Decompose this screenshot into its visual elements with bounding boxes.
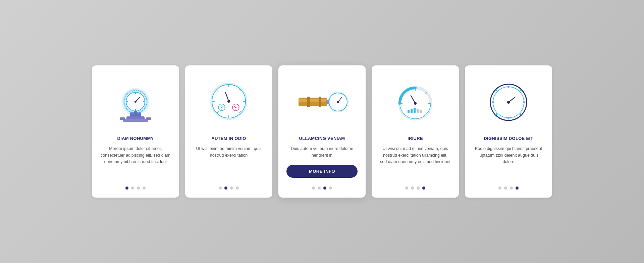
card-3-dots — [312, 184, 332, 190]
svg-rect-14 — [134, 111, 137, 114]
svg-rect-65 — [408, 110, 410, 113]
svg-point-42 — [235, 107, 236, 108]
svg-rect-45 — [307, 97, 310, 107]
svg-rect-43 — [299, 98, 327, 106]
card-2-dots — [219, 184, 239, 190]
gauge-valve-icon — [100, 75, 171, 129]
dot-0 — [125, 187, 128, 190]
card-1-body: Morem ipsum dolor sit amet, consectetuer… — [100, 146, 171, 178]
svg-point-80 — [520, 113, 522, 115]
svg-point-82 — [507, 101, 510, 104]
dot-1 — [131, 187, 134, 190]
more-info-button[interactable]: MORE INFO — [286, 165, 358, 178]
card-4: IRIURE Ut wisi enim ad minim veniam, qui… — [372, 65, 459, 198]
card-2: AUTEM IN ODIO Ut wisi enim ad minim veni… — [185, 65, 272, 198]
dot-0 — [498, 187, 501, 190]
dot-3 — [422, 187, 425, 190]
card-1-title: DIAM NONUMMY — [117, 136, 154, 141]
card-2-title: AUTEM IN ODIO — [211, 136, 246, 141]
svg-rect-67 — [414, 108, 416, 113]
svg-rect-16 — [146, 117, 151, 120]
dot-0 — [312, 187, 315, 190]
dot-0 — [219, 187, 222, 190]
card-1-dots — [125, 184, 146, 190]
svg-rect-66 — [411, 109, 413, 113]
dot-0 — [405, 187, 408, 190]
card-2-body: Ut wisi enim ad minim veniam, quis nostr… — [193, 146, 264, 178]
card-5-title: DIGNISSIM DOLOE EIT — [484, 136, 533, 141]
dot-1 — [504, 187, 507, 190]
svg-point-64 — [414, 102, 417, 105]
svg-point-73 — [507, 86, 509, 88]
dot-2 — [230, 187, 233, 190]
speedometer-icon — [380, 75, 451, 129]
card-3: ULLAMCING VENIAM Duis autem vel eum iriu… — [278, 65, 366, 198]
pipe-gauge-icon — [286, 75, 358, 129]
dot-3 — [236, 187, 239, 190]
card-4-dots — [405, 184, 425, 190]
svg-point-75 — [492, 101, 494, 103]
card-5-body: Kodio dignissim qui blandit praesent lup… — [473, 146, 544, 178]
svg-rect-15 — [120, 117, 125, 120]
dot-3 — [329, 187, 332, 190]
svg-rect-68 — [417, 109, 419, 113]
svg-rect-44 — [299, 99, 327, 102]
dot-2 — [510, 187, 513, 190]
cards-container: DIAM NONUMMY Morem ipsum dolor sit amet,… — [72, 52, 572, 211]
card-5: DIGNISSIM DOLOE EIT Kodio dignissim qui … — [465, 65, 552, 198]
svg-point-28 — [227, 100, 230, 103]
svg-point-77 — [495, 89, 497, 91]
card-4-title: IRIURE — [408, 136, 423, 141]
dot-3 — [143, 187, 146, 190]
card-4-body: Ut wisi enim ad minim veniam, quis nostr… — [380, 146, 451, 178]
card-3-body: Duis autem vel eum iriure dolor in hendr… — [286, 146, 358, 159]
dot-3 — [516, 187, 519, 190]
svg-rect-46 — [319, 97, 321, 107]
svg-point-55 — [337, 101, 339, 103]
card-3-title: ULLAMCING VENIAM — [299, 136, 345, 141]
svg-rect-69 — [420, 110, 422, 113]
dot-2 — [137, 187, 140, 190]
svg-point-13 — [135, 101, 137, 103]
svg-rect-2 — [123, 119, 148, 122]
svg-point-76 — [523, 101, 525, 103]
svg-point-79 — [495, 113, 497, 115]
gauge-dial-icon — [193, 75, 264, 129]
card-1: DIAM NONUMMY Morem ipsum dolor sit amet,… — [92, 65, 179, 198]
card-5-dots — [498, 184, 519, 190]
svg-point-35 — [221, 107, 222, 108]
svg-point-74 — [507, 117, 509, 119]
dot-2 — [417, 187, 420, 190]
svg-point-78 — [520, 89, 522, 91]
dot-2 — [323, 187, 326, 190]
gauge-round-icon — [473, 75, 544, 129]
dot-1 — [224, 187, 227, 190]
dot-1 — [411, 187, 414, 190]
dot-1 — [318, 187, 321, 190]
